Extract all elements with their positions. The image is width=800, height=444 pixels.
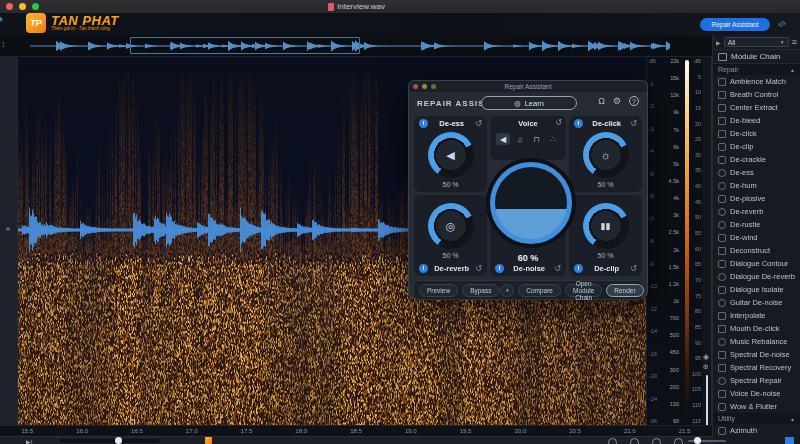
scale-label: -4 [647,148,662,154]
bypass-button[interactable]: Bypass [462,284,499,297]
transport-button[interactable] [608,438,617,444]
collapse-icon[interactable]: ▲ [790,67,795,73]
module-item-de-rustle[interactable]: De-rustle [713,218,800,231]
module-item-center-extract[interactable]: Center Extract [713,101,800,114]
de-click-power-icon[interactable] [574,119,583,128]
de-ess-knob[interactable]: ◀ [428,132,474,178]
time-label: 21.0 [624,428,636,434]
de-clip-knob[interactable]: ▮▮ [583,203,629,249]
module-item-de-hum[interactable]: De-hum [713,179,800,192]
de-clip-power-icon[interactable] [574,264,583,273]
module-item-deconstruct[interactable]: Deconstruct [713,244,800,257]
overview-visible-region[interactable] [130,37,360,54]
de-clip-reset-icon[interactable]: ↺ [630,264,637,273]
module-item-mouth-de-click[interactable]: Mouth De-click [713,322,800,335]
brightness-icon[interactable]: ◉ [703,353,709,361]
module-item-de-bleed[interactable]: De-bleed [713,114,800,127]
collapse-icon[interactable]: ▲ [790,416,795,422]
module-item-ambience-match[interactable]: Ambience Match [713,75,800,88]
waveform-overview[interactable]: ↕ [0,35,712,57]
de-reverb-power-icon[interactable] [419,264,428,273]
de-noise-big-knob[interactable] [486,158,576,248]
module-item-breath-control[interactable]: Breath Control [713,88,800,101]
module-item-de-clip[interactable]: De-clip [713,140,800,153]
lightbulb-icon[interactable]: Ω [598,96,605,106]
compare-button[interactable]: Compare [518,284,561,297]
dialog-header: REPAIR ASSISTANT ◎Learn Ω ⚙ ? [409,92,647,114]
zoom-in-icon[interactable]: ⊕ [703,363,709,371]
de-click-reset-icon[interactable]: ↺ [630,119,637,128]
de-noise-power-icon[interactable] [495,264,504,273]
other-type-icon[interactable]: ∴ [546,133,560,145]
voice-type-icon[interactable]: ◀ [496,133,510,145]
section-header-repair[interactable]: Repair▲ [713,64,800,75]
module-chain-item[interactable]: Module Chain [713,50,800,64]
minimize-window-button[interactable] [19,3,26,10]
transport-button[interactable] [674,438,683,444]
module-item-voice-de-noise[interactable]: Voice De-noise [713,387,800,400]
de-reverb-knob[interactable]: ◎ [428,203,474,249]
scale-label: 12k [662,92,682,98]
module-item-dialogue-isolate[interactable]: Dialogue Isolate [713,283,800,296]
module-item-spectral-repair[interactable]: Spectral Repair [713,374,800,387]
zoom-window-button[interactable] [32,3,39,10]
module-item-interpolate[interactable]: Interpolate [713,309,800,322]
voice-reset-icon[interactable]: ↺ [555,118,562,127]
help-icon[interactable]: ? [629,96,639,106]
module-item-de-wind[interactable]: De-wind [713,231,800,244]
module-item-de-crackle[interactable]: De-crackle [713,153,800,166]
play-icon[interactable]: ▶ [716,39,721,46]
section-title: Utility [718,415,735,422]
repair-assistant-button[interactable]: Repair Assistant [700,18,770,31]
dialogue-isolate-icon [718,286,726,294]
music-type-icon[interactable]: ♫ [513,133,527,145]
accent-widget[interactable] [785,437,794,444]
open-module-chain-button[interactable]: Open Module Chain [565,284,602,297]
scale-label: 35 [690,167,702,173]
module-item-wow-flutter[interactable]: Wow & Flutter [713,400,800,413]
module-item-azimuth[interactable]: Azimuth [713,424,800,437]
left-pane-strip[interactable] [0,57,18,425]
time-ruler[interactable]: 15.516.016.517.017.518.018.519.019.520.0… [0,425,712,436]
preview-button[interactable]: Preview [419,284,458,297]
module-item-guitar-de-noise[interactable]: Guitar De-noise [713,296,800,309]
section-header-utility[interactable]: Utility▲ [713,413,800,424]
dialog-titlebar[interactable]: Repair Assistant [409,81,647,92]
module-item-de-reverb[interactable]: De-reverb [713,205,800,218]
close-window-button[interactable] [6,3,13,10]
render-button[interactable]: Render [606,284,643,297]
de-ess-power-icon[interactable] [419,119,428,128]
menu-icon[interactable]: ≡ [792,38,797,47]
module-item-music-rebalance[interactable]: Music Rebalance [713,335,800,348]
volume-slider[interactable] [60,439,160,443]
module-item-spectral-de-noise[interactable]: Spectral De-noise [713,348,800,361]
transport-button[interactable] [630,438,639,444]
gear-icon[interactable]: ⚙ [613,96,621,106]
percussion-type-icon[interactable]: ⊓ [529,133,543,145]
window-titlebar: Interview.wav [0,0,800,13]
expand-arrows-icon[interactable]: ⇆ [776,18,788,30]
module-item-dialogue-contour[interactable]: Dialogue Contour [713,257,800,270]
transport-button[interactable] [652,438,661,444]
bypass-options-button[interactable]: + [500,284,514,297]
de-click-knob[interactable]: ☼ [583,132,629,178]
spectral-de-noise-icon [718,351,726,359]
learn-button[interactable]: ◎Learn [481,96,577,110]
tool-icon[interactable] [205,437,212,444]
overview-resize-handle-icon[interactable]: ↕ [1,39,6,49]
volume-thumb[interactable] [115,437,122,444]
de-noise-reset-icon[interactable]: ↺ [554,264,561,273]
module-item-de-ess[interactable]: De-ess [713,166,800,179]
module-filter-select[interactable]: All▼ [724,37,789,47]
module-item-de-plosive[interactable]: De-plosive [713,192,800,205]
speaker-icon[interactable]: ▶) [26,438,33,444]
module-item-spectral-recovery[interactable]: Spectral Recovery [713,361,800,374]
horizontal-zoom-thumb[interactable] [694,437,701,444]
time-label: 17.5 [241,428,253,434]
de-reverb-reset-icon[interactable]: ↺ [475,264,482,273]
de-ess-reset-icon[interactable]: ↺ [475,119,482,128]
module-item-dialogue-de-reverb[interactable]: Dialogue De-reverb [713,270,800,283]
time-label: 15.5 [22,428,34,434]
module-item-label: De-bleed [730,116,760,125]
module-item-de-click[interactable]: De-click [713,127,800,140]
